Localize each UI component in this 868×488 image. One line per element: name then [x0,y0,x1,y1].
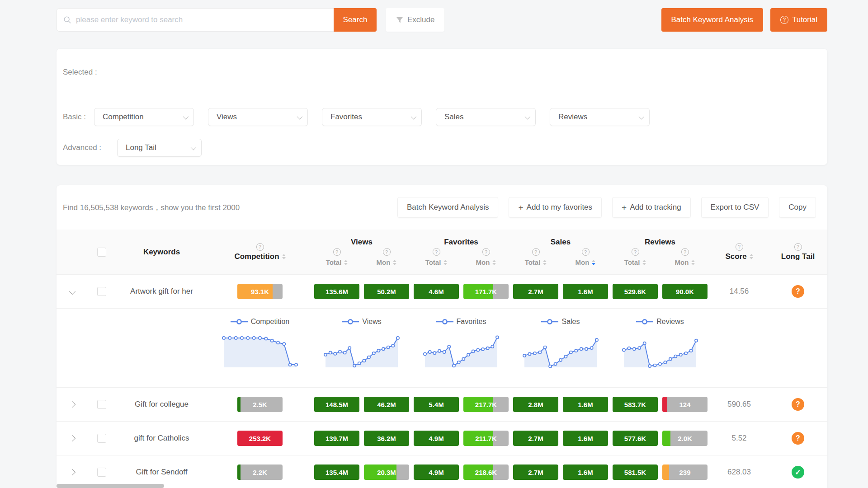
reviews-filter-dropdown[interactable]: Reviews [550,108,650,126]
sort-caret[interactable] [750,254,753,259]
help-icon[interactable]: ? [736,243,743,251]
expand-row-chevron[interactable] [69,435,75,441]
horizontal-scrollbar-thumb[interactable] [57,484,164,488]
sales-total-header[interactable]: ? Total [511,248,561,266]
favorites-total-header[interactable]: ? Total [411,248,461,266]
competition-chart [219,328,301,371]
reviews-mon-header[interactable]: ? Mon [660,248,710,266]
sales-filter-dropdown[interactable]: Sales [436,108,536,126]
keywords-column-header: Keywords [143,248,180,257]
expand-row-chevron[interactable] [69,469,75,475]
sort-caret[interactable] [282,254,286,259]
competition-badge: 2.5K [237,397,283,412]
sort-caret[interactable] [543,260,547,265]
long-tail-indicator-icon[interactable]: ? [792,432,804,445]
search-input[interactable] [76,15,327,24]
add-to-tracking-label: Add to tracking [630,203,681,212]
plus-icon: + [622,203,627,212]
chevron-down-icon [639,113,645,119]
favorites-mon-header[interactable]: ? Mon [461,248,511,266]
add-to-tracking-button[interactable]: + Add to tracking [612,197,691,218]
help-icon[interactable]: ? [383,248,391,256]
export-to-csv-button[interactable]: Export to CSV [701,197,769,218]
reviews-column-group: Reviews ? Total ? Mon [610,230,710,274]
keyword-cell[interactable]: gift for Catholics [134,434,189,443]
tutorial-label: Tutorial [792,15,817,24]
expand-row-chevron[interactable] [69,288,75,295]
help-icon[interactable]: ? [582,248,590,256]
competition-filter-dropdown[interactable]: Competition [94,108,194,126]
table-row: Gift for Sendoff 2.2K 135.4M 20.3M 4.9M … [57,455,827,488]
reviews-mon-badge: 2.0K [662,431,708,446]
sales-mon-header[interactable]: ? Mon [561,248,610,266]
views-mon-header[interactable]: ? Mon [362,248,411,266]
tutorial-button[interactable]: ? Tutorial [770,8,827,32]
sort-caret[interactable] [443,260,447,265]
keyword-cell[interactable]: Artwork gift for her [130,287,193,296]
views-sparkline: Views [321,318,402,371]
exclude-button[interactable]: Exclude [386,8,444,32]
batch-keyword-analysis-button[interactable]: Batch Keyword Analysis [661,8,763,32]
long-tail-indicator-icon[interactable]: ✓ [792,466,804,479]
views-total-badge: 135.6M [314,284,359,299]
help-icon[interactable]: ? [433,248,440,256]
search-button[interactable]: Search [334,8,377,32]
row-checkbox[interactable] [97,468,106,477]
row-checkbox[interactable] [97,434,106,443]
expand-row-chevron[interactable] [69,401,75,408]
select-all-checkbox[interactable] [97,248,106,257]
chevron-down-icon [191,144,197,150]
score-cell: 590.65 [727,400,751,409]
legend-label: Competition [251,318,289,326]
sort-caret[interactable] [691,260,695,265]
views-total-header[interactable]: ? Total [312,248,362,266]
views-column-group: Views ? Total ? Mon [312,230,411,274]
sort-caret[interactable] [393,260,396,265]
keyword-cell[interactable]: Gift for collegue [135,400,189,409]
favorites-filter-dropdown[interactable]: Favorites [322,108,422,126]
sales-total-badge: 2.7M [513,284,558,299]
views-filter-dropdown[interactable]: Views [208,108,308,126]
legend-label: Reviews [656,318,684,326]
views-mon-badge: 20.3M [364,465,409,480]
views-total-badge: 139.7M [314,431,359,446]
favorites-mon-badge: 171.7K [463,284,509,299]
score-column-header[interactable]: ? Score [710,230,769,274]
keyword-cell[interactable]: Gift for Sendoff [136,468,187,477]
favorites-mon-badge: 217.7K [463,397,509,412]
reviews-total-header[interactable]: ? Total [610,248,660,266]
help-icon[interactable]: ? [256,243,264,251]
batch-keyword-analysis-secondary-button[interactable]: Batch Keyword Analysis [397,197,498,218]
help-icon[interactable]: ? [632,248,639,256]
help-icon[interactable]: ? [681,248,689,256]
views-total-badge: 148.5M [314,397,359,412]
reviews-total-badge: 583.7K [613,397,658,412]
help-icon[interactable]: ? [333,248,341,256]
long-tail-indicator-icon[interactable]: ? [792,285,804,298]
selected-label: Selected : [63,68,97,77]
sales-total-badge: 2.7M [513,431,558,446]
sort-caret[interactable] [344,260,348,265]
help-icon[interactable]: ? [482,248,490,256]
chevron-down-icon [525,113,531,119]
sort-caret[interactable] [492,260,496,265]
sales-mon-badge: 1.6M [563,397,608,412]
help-icon[interactable]: ? [532,248,540,256]
row-checkbox[interactable] [97,400,106,409]
reviews-mon-badge: 124 [662,397,708,412]
table-header: Keywords ? Competition Views ? Total ? M… [57,230,827,275]
results-panel: Find 16,505,538 keywords，show you the fi… [57,185,827,488]
search-box[interactable] [57,8,334,32]
add-to-favorites-button[interactable]: + Add to my favorites [509,197,602,218]
sort-caret[interactable] [642,260,646,265]
chevron-down-icon [183,113,189,119]
keyword-trend-charts: Competition Views Favorites Sales [57,309,827,388]
row-checkbox[interactable] [97,287,106,296]
help-icon[interactable]: ? [794,243,802,251]
long-tail-indicator-icon[interactable]: ? [792,398,804,411]
long-tail-filter-dropdown[interactable]: Long Tail [117,139,202,157]
sort-caret-active[interactable] [592,260,595,265]
chevron-down-icon [297,113,303,119]
copy-button[interactable]: Copy [779,197,816,218]
competition-column-header[interactable]: ? Competition [208,230,312,274]
